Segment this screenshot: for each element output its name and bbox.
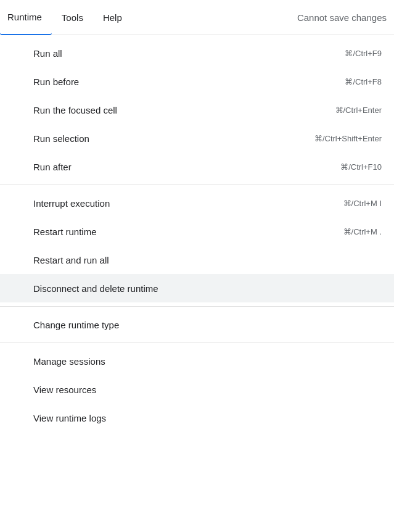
run-all-item[interactable]: Run all ⌘/Ctrl+F9: [0, 39, 394, 67]
tools-menu-item[interactable]: Tools: [52, 0, 93, 35]
disconnect-delete-runtime-item[interactable]: Disconnect and delete runtime: [0, 274, 394, 302]
menu-section-2: Interrupt execution ⌘/Ctrl+M I Restart r…: [0, 185, 394, 307]
run-focused-cell-label: Run the focused cell: [33, 105, 311, 115]
run-after-item[interactable]: Run after ⌘/Ctrl+F10: [0, 152, 394, 181]
view-runtime-logs-label: View runtime logs: [33, 413, 357, 423]
run-focused-cell-item[interactable]: Run the focused cell ⌘/Ctrl+Enter: [0, 96, 394, 124]
manage-sessions-item[interactable]: Manage sessions: [0, 347, 394, 375]
run-selection-shortcut: ⌘/Ctrl+Shift+Enter: [314, 134, 382, 143]
restart-run-all-label: Restart and run all: [33, 255, 357, 265]
run-focused-cell-shortcut: ⌘/Ctrl+Enter: [335, 106, 382, 115]
menu-section-3: Change runtime type: [0, 307, 394, 343]
manage-sessions-label: Manage sessions: [33, 356, 357, 367]
interrupt-execution-shortcut: ⌘/Ctrl+M I: [343, 199, 382, 208]
run-selection-label: Run selection: [33, 133, 290, 144]
menu-bar: Runtime Tools Help Cannot save changes: [0, 0, 394, 35]
help-menu-item[interactable]: Help: [93, 0, 132, 35]
restart-runtime-label: Restart runtime: [33, 227, 319, 237]
restart-run-all-item[interactable]: Restart and run all: [0, 246, 394, 274]
menu-section-1: Run all ⌘/Ctrl+F9 Run before ⌘/Ctrl+F8 R…: [0, 35, 394, 185]
run-before-shortcut: ⌘/Ctrl+F8: [345, 77, 382, 86]
runtime-menu-item[interactable]: Runtime: [0, 0, 52, 35]
interrupt-execution-label: Interrupt execution: [33, 198, 319, 209]
cannot-save-label[interactable]: Cannot save changes: [297, 12, 387, 23]
run-all-shortcut: ⌘/Ctrl+F9: [345, 49, 382, 58]
view-runtime-logs-item[interactable]: View runtime logs: [0, 404, 394, 432]
view-resources-label: View resources: [33, 384, 357, 395]
disconnect-delete-runtime-label: Disconnect and delete runtime: [33, 283, 357, 294]
dropdown-menu: Run all ⌘/Ctrl+F9 Run before ⌘/Ctrl+F8 R…: [0, 35, 394, 436]
run-after-shortcut: ⌘/Ctrl+F10: [340, 162, 382, 172]
run-before-item[interactable]: Run before ⌘/Ctrl+F8: [0, 67, 394, 96]
run-before-label: Run before: [33, 77, 320, 87]
interrupt-execution-item[interactable]: Interrupt execution ⌘/Ctrl+M I: [0, 189, 394, 217]
restart-runtime-item[interactable]: Restart runtime ⌘/Ctrl+M .: [0, 217, 394, 246]
run-all-label: Run all: [33, 48, 320, 59]
change-runtime-type-item[interactable]: Change runtime type: [0, 310, 394, 339]
run-after-label: Run after: [33, 162, 316, 172]
restart-runtime-shortcut: ⌘/Ctrl+M .: [343, 227, 382, 236]
run-selection-item[interactable]: Run selection ⌘/Ctrl+Shift+Enter: [0, 124, 394, 152]
change-runtime-type-label: Change runtime type: [33, 320, 357, 330]
view-resources-item[interactable]: View resources: [0, 375, 394, 404]
menu-section-4: Manage sessions View resources View runt…: [0, 343, 394, 436]
